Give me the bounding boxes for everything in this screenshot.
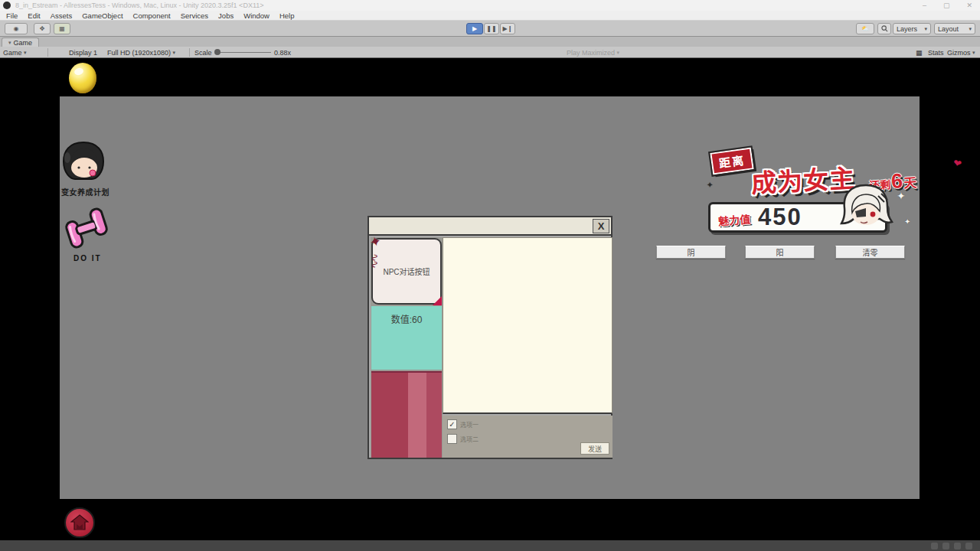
- yin-button[interactable]: 阴: [656, 246, 726, 259]
- view-tab-strip: ▾ Game: [0, 37, 980, 47]
- option-2-label: 选项二: [460, 435, 479, 443]
- scale-value: 0.88x: [274, 47, 291, 58]
- step-icon: ▶❙: [503, 25, 513, 32]
- checkbox-unchecked-icon[interactable]: [447, 434, 457, 444]
- layout-dropdown[interactable]: Layout ▾: [934, 23, 975, 34]
- stats-button[interactable]: Stats: [928, 47, 944, 58]
- dialog-left-column: ✦ ∿∿ NPC对话按钮 数值:60: [371, 237, 443, 458]
- window-title: 8_in_Estream - AllressesTess - Windows, …: [15, 2, 923, 9]
- play-maximized-dropdown[interactable]: Play Maximized ▾: [567, 47, 619, 58]
- clear-button[interactable]: 清零: [835, 246, 905, 259]
- play-button[interactable]: ▶: [466, 23, 483, 34]
- corner-decoration: [433, 296, 442, 305]
- mute-audio-button[interactable]: ▦: [916, 47, 923, 58]
- status-icon[interactable]: [954, 543, 961, 549]
- display-label: Display 1: [69, 49, 97, 57]
- option-1-label: 选项一: [460, 420, 479, 429]
- play-icon: ▶: [472, 25, 477, 32]
- resolution-dropdown[interactable]: Full HD (1920x1080) ▾: [107, 47, 175, 58]
- menu-component[interactable]: Component: [133, 11, 171, 20]
- game-viewport: 变女养成计划 DO IT: [0, 58, 980, 540]
- play-maximized-label: Play Maximized: [567, 49, 615, 57]
- status-icon[interactable]: [942, 543, 949, 549]
- girl-avatar-icon: [61, 141, 106, 182]
- pan-tool-icon: ◉: [14, 25, 19, 32]
- charm-label: 魅力值: [717, 211, 750, 229]
- move-tool-icon: ✥: [40, 25, 45, 32]
- yang-button[interactable]: 阳: [745, 246, 815, 259]
- chevron-down-icon: ▾: [617, 50, 620, 56]
- menu-window[interactable]: Window: [243, 11, 270, 20]
- option-row-2[interactable]: 选项二: [447, 433, 479, 445]
- tab-menu-icon: ▾: [8, 40, 11, 46]
- scale-slider-thumb[interactable]: [214, 49, 220, 55]
- dialog-titlebar[interactable]: X: [369, 217, 611, 236]
- checkbox-checked-icon[interactable]: ✓: [447, 419, 457, 429]
- sparkle-icon: ✦: [904, 217, 910, 226]
- home-button[interactable]: [64, 507, 95, 538]
- game-view-toolbar: Game ▾ Display 1 Full HD (1920x1080) ▾ S…: [0, 47, 980, 58]
- game-playfield: 变女养成计划 DO IT: [60, 96, 920, 499]
- window-titlebar: 8_in_Estream - AllressesTess - Windows, …: [0, 0, 980, 11]
- npc-dialog-button[interactable]: ✦ ∿∿ NPC对话按钮: [371, 238, 442, 305]
- value-label: 数值:60: [371, 312, 442, 325]
- rect-tool-button[interactable]: ▦: [54, 23, 70, 34]
- do-it-label: DO IT: [74, 254, 124, 262]
- menu-edit[interactable]: Edit: [28, 11, 40, 20]
- menu-assets[interactable]: Assets: [51, 11, 73, 20]
- menu-gameobject[interactable]: GameObject: [82, 11, 122, 20]
- main-toolbar: ◉ ✥ ▦ ▶ ❚❚ ▶❙ ⛅ Layers ▾ Layout ▾: [0, 21, 980, 37]
- dialog-close-button[interactable]: X: [593, 219, 609, 233]
- send-button[interactable]: 发送: [580, 442, 609, 455]
- move-tool-button[interactable]: ✥: [34, 23, 51, 34]
- menu-jobs[interactable]: Jobs: [218, 11, 234, 20]
- charm-value: 450: [758, 204, 802, 231]
- exercise-widget[interactable]: DO IT: [63, 205, 124, 262]
- display-dropdown[interactable]: Display 1: [69, 47, 97, 58]
- menu-services[interactable]: Services: [181, 11, 208, 20]
- tab-game[interactable]: ▾ Game: [2, 37, 39, 47]
- step-button[interactable]: ▶❙: [500, 23, 515, 34]
- distance-badge: 距离: [710, 147, 754, 174]
- npc-dialog-window: X ✦ ∿∿ NPC对话按钮 数值:60: [368, 216, 612, 459]
- menu-file[interactable]: File: [6, 11, 18, 20]
- close-button[interactable]: ✕: [966, 2, 972, 9]
- dumbbell-icon: [63, 205, 110, 251]
- option-row-1[interactable]: ✓ 选项一: [447, 419, 479, 430]
- menu-help[interactable]: Help: [279, 11, 295, 20]
- pan-tool-button[interactable]: ◉: [5, 23, 28, 34]
- tab-game-label: Game: [14, 39, 33, 47]
- scale-slider-track[interactable]: [216, 52, 271, 53]
- game-mode-dropdown[interactable]: Game ▾: [3, 47, 27, 58]
- value-panel: 数值:60: [371, 306, 442, 370]
- home-icon: [70, 514, 89, 531]
- layout-label: Layout: [938, 25, 959, 33]
- player-avatar-widget[interactable]: 变女养成计划: [61, 141, 130, 197]
- collab-cloud-icon: ⛅: [861, 25, 869, 32]
- search-button[interactable]: [877, 23, 891, 34]
- status-icon[interactable]: [965, 543, 972, 549]
- npc-dialog-button-label: NPC对话按钮: [383, 266, 430, 277]
- maximize-button[interactable]: ▢: [943, 2, 950, 9]
- stats-label: Stats: [928, 49, 944, 57]
- minimize-button[interactable]: –: [923, 2, 926, 9]
- grid-icon: ▦: [916, 49, 923, 57]
- pause-button[interactable]: ❚❚: [484, 23, 499, 34]
- dialog-options-panel: ✓ 选项一 选项二 发送: [443, 416, 612, 458]
- game-mode-label: Game: [3, 49, 22, 57]
- collab-button[interactable]: ⛅: [856, 23, 874, 34]
- scale-label: Scale: [194, 47, 212, 58]
- chevron-down-icon: ▾: [969, 26, 972, 32]
- gizmos-dropdown[interactable]: Gizmos ▾: [947, 47, 975, 58]
- layers-label: Layers: [897, 25, 917, 33]
- gizmos-label: Gizmos: [947, 49, 971, 57]
- layers-dropdown[interactable]: Layers ▾: [893, 23, 931, 34]
- status-icon[interactable]: [931, 543, 938, 549]
- avatar-label: 变女养成计划: [61, 186, 130, 197]
- chibi-girl-icon: [835, 182, 897, 240]
- chevron-down-icon: ▾: [173, 50, 176, 56]
- pause-icon: ❚❚: [486, 25, 496, 32]
- heart-icon: ❤: [952, 157, 963, 170]
- countdown-logo: 距离 成为女主 还剩6天 ❤ 魅力值 450: [707, 144, 913, 243]
- sparkle-icon: ✦: [897, 190, 906, 202]
